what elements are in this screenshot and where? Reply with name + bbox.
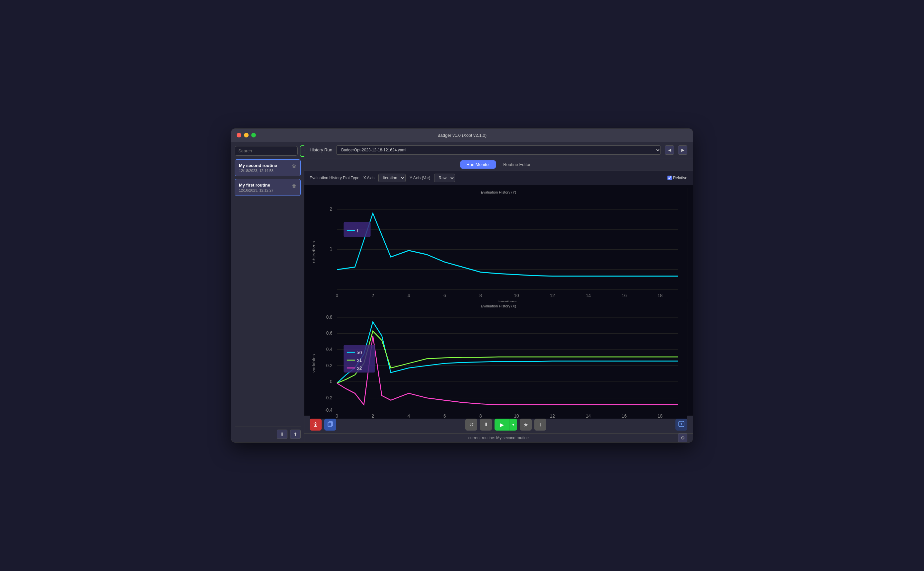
- svg-text:16: 16: [622, 414, 627, 419]
- play-icon: ▶: [500, 421, 504, 428]
- svg-text:18: 18: [658, 293, 662, 298]
- y-axis-label: Y Axis (Var): [410, 176, 430, 180]
- svg-text:0.2: 0.2: [326, 363, 333, 368]
- bottom-chart-title: Evaluation History (X): [310, 302, 687, 308]
- relative-checkbox[interactable]: [667, 176, 672, 180]
- x-axis-select[interactable]: Iteration: [378, 174, 406, 182]
- svg-text:0: 0: [336, 414, 338, 419]
- tab-run-monitor[interactable]: Run Monitor: [460, 160, 496, 169]
- settings-gear-button[interactable]: ⚙: [678, 433, 687, 443]
- close-button[interactable]: [237, 133, 241, 137]
- bottom-chart-svg: 0.8 0.6 0.4 0.2 0 -0.2 -0.4 0 2 4 6 8 10: [310, 308, 687, 419]
- svg-text:2: 2: [372, 414, 374, 419]
- pause-icon: ⏸: [483, 421, 488, 427]
- relative-checkbox-label[interactable]: Relative: [667, 176, 687, 180]
- delete-routine-icon[interactable]: 🗑: [292, 164, 296, 169]
- svg-text:14: 14: [586, 293, 591, 298]
- app-window: Badger v1.0 (Xopt v2.1.0) + My second ro…: [231, 128, 693, 443]
- svg-text:12: 12: [550, 414, 555, 419]
- play-dropdown-button[interactable]: ▼: [509, 419, 517, 431]
- traffic-lights: [237, 133, 256, 137]
- svg-text:0.8: 0.8: [326, 315, 333, 320]
- import-button[interactable]: ⬆: [290, 430, 301, 439]
- routine-item[interactable]: My first routine 12/18/2023, 12:12:27 🗑: [235, 179, 301, 196]
- minimize-button[interactable]: [244, 133, 249, 137]
- top-chart-svg: 2 1 0 2 4 6 8 10 12 14 16 18 o: [310, 194, 687, 305]
- window-title: Badger v1.0 (Xopt v2.1.0): [437, 133, 487, 138]
- svg-text:0: 0: [336, 293, 338, 298]
- star-icon: ★: [524, 421, 528, 428]
- play-button[interactable]: ▶: [494, 419, 509, 431]
- svg-text:x0: x0: [357, 350, 362, 355]
- export-run-button[interactable]: [675, 419, 687, 431]
- step-icon: ↓: [539, 421, 542, 427]
- routine-info: My first routine 12/18/2023, 12:12:27: [239, 182, 274, 192]
- svg-text:1: 1: [330, 246, 332, 252]
- routine-date: 12/18/2023, 12:14:58: [239, 169, 277, 173]
- svg-text:0.6: 0.6: [326, 331, 333, 336]
- undo-icon: ↺: [469, 421, 474, 428]
- import-icon: ⬆: [293, 432, 297, 437]
- svg-text:2: 2: [372, 293, 374, 298]
- maximize-button[interactable]: [251, 133, 256, 137]
- routine-name: My second routine: [239, 163, 277, 168]
- svg-text:6: 6: [444, 414, 446, 419]
- undo-button[interactable]: ↺: [465, 419, 477, 431]
- step-button[interactable]: ↓: [534, 419, 546, 431]
- next-icon: ▶: [681, 148, 684, 152]
- status-bar: current routine: My second routine ⚙: [304, 433, 693, 442]
- tab-routine-editor[interactable]: Routine Editor: [497, 160, 536, 169]
- svg-text:f: f: [357, 228, 359, 233]
- svg-text:8: 8: [479, 293, 482, 298]
- prev-button[interactable]: ◀: [665, 145, 674, 155]
- search-input[interactable]: [235, 146, 298, 156]
- svg-text:14: 14: [586, 414, 591, 419]
- routine-info: My second routine 12/18/2023, 12:14:58: [239, 163, 277, 173]
- pause-button[interactable]: ⏸: [480, 419, 492, 431]
- y-axis-select[interactable]: Raw: [434, 174, 455, 182]
- dropdown-icon: ▼: [512, 423, 515, 427]
- charts-area: Evaluation History (Y) 2 1: [304, 185, 693, 416]
- svg-text:4: 4: [408, 414, 410, 419]
- svg-text:6: 6: [444, 293, 446, 298]
- sidebar: + My second routine 12/18/2023, 12:14:58…: [231, 142, 304, 442]
- status-text: current routine: My second routine: [468, 435, 529, 440]
- svg-text:8: 8: [479, 414, 482, 419]
- delete-run-icon: 🗑: [313, 421, 318, 427]
- copy-icon: [327, 421, 333, 428]
- routine-name: My first routine: [239, 182, 274, 188]
- svg-text:objectives: objectives: [311, 241, 316, 263]
- history-run-select[interactable]: BadgerOpt-2023-12-18-121624.yaml: [336, 145, 661, 155]
- right-panel: History Run BadgerOpt-2023-12-18-121624.…: [304, 142, 693, 442]
- play-button-group: ▶ ▼: [494, 419, 517, 431]
- svg-text:10: 10: [514, 293, 519, 298]
- history-run-label: History Run: [310, 147, 332, 152]
- svg-text:10: 10: [514, 414, 519, 419]
- svg-text:12: 12: [550, 293, 555, 298]
- relative-label: Relative: [673, 176, 687, 180]
- next-button[interactable]: ▶: [678, 145, 687, 155]
- top-chart: Evaluation History (Y) 2 1: [310, 188, 687, 299]
- delete-run-button[interactable]: 🗑: [310, 419, 322, 431]
- plot-type-label: Evaluation History Plot Type: [310, 176, 359, 180]
- star-button[interactable]: ★: [520, 419, 532, 431]
- controls-bar: Evaluation History Plot Type X Axis Iter…: [304, 171, 693, 185]
- sidebar-spacer: [235, 199, 301, 424]
- export-run-icon: [678, 421, 685, 429]
- copy-button[interactable]: [324, 419, 336, 431]
- svg-text:x1: x1: [357, 358, 362, 363]
- svg-text:16: 16: [622, 293, 627, 298]
- routine-item[interactable]: My second routine 12/18/2023, 12:14:58 🗑: [235, 159, 301, 176]
- export-button[interactable]: ⬇: [277, 430, 287, 439]
- tabs-row: Run Monitor Routine Editor: [304, 158, 693, 171]
- top-bar: History Run BadgerOpt-2023-12-18-121624.…: [304, 142, 693, 158]
- search-row: +: [235, 145, 301, 157]
- delete-routine-icon[interactable]: 🗑: [292, 183, 296, 188]
- svg-text:-0.4: -0.4: [325, 407, 333, 413]
- svg-text:0: 0: [330, 379, 333, 384]
- x-axis-label: X Axis: [363, 176, 374, 180]
- main-content: + My second routine 12/18/2023, 12:14:58…: [231, 142, 693, 442]
- svg-text:x2: x2: [357, 366, 362, 371]
- bottom-chart: Evaluation History (X) 0.8 0.6 0.4: [310, 302, 687, 413]
- routine-date: 12/18/2023, 12:12:27: [239, 188, 274, 192]
